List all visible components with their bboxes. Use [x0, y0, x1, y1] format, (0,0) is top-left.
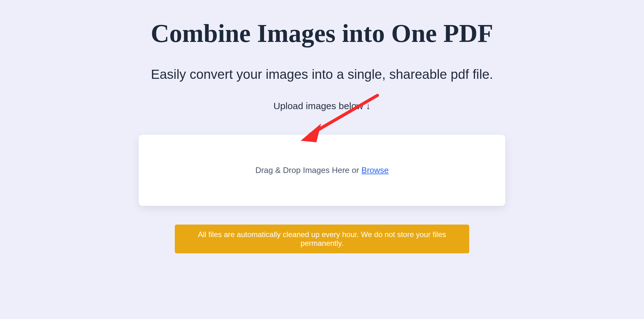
browse-link[interactable]: Browse: [361, 165, 389, 175]
page-title: Combine Images into One PDF: [151, 19, 493, 48]
page-subtitle: Easily convert your images into a single…: [151, 67, 493, 82]
notice-banner: All files are automatically cleaned up e…: [175, 225, 469, 253]
dropzone-text: Drag & Drop Images Here or: [255, 165, 359, 175]
image-dropzone[interactable]: Drag & Drop Images Here or Browse: [139, 135, 505, 206]
upload-hint: Upload images below ↓: [273, 101, 371, 111]
